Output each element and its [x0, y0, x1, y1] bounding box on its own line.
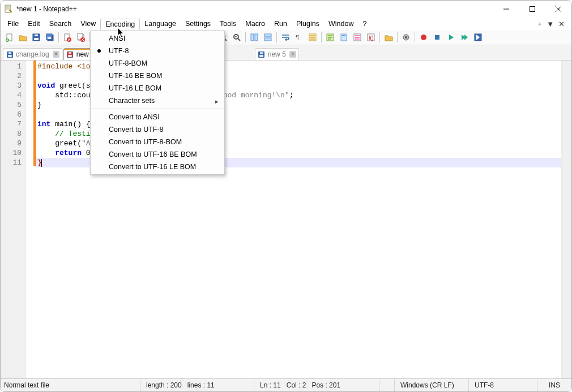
doc-map-button[interactable] [338, 31, 350, 44]
toolbar-separator [321, 32, 322, 42]
status-encoding[interactable]: UTF-8 [469, 379, 537, 391]
rec-button[interactable] [417, 31, 430, 44]
indent-guide-button[interactable] [306, 31, 319, 44]
doc-list-button[interactable] [351, 31, 364, 44]
menu-settings[interactable]: Settings [181, 19, 215, 29]
svg-rect-37 [342, 35, 345, 36]
status-insert[interactable]: INS [537, 379, 571, 391]
svg-text:f(): f() [369, 35, 374, 41]
toolbar-separator [58, 32, 59, 42]
save-all-button[interactable] [44, 31, 56, 44]
monitor-button[interactable] [400, 31, 412, 44]
menu-run[interactable]: Run [270, 19, 292, 29]
scrollbar-vertical[interactable] [562, 61, 571, 378]
dropdown-icon[interactable]: ▼ [547, 20, 554, 28]
lang-udl-button[interactable] [324, 31, 336, 44]
menu-edit[interactable]: Edit [23, 19, 45, 29]
minimize-button[interactable] [493, 1, 519, 18]
menu-file[interactable]: File [3, 19, 23, 29]
encoding-option-convert-to-utf-16-be-bom[interactable]: Convert to UTF-16 BE BOM [91, 148, 224, 161]
zoom-out-button[interactable] [230, 31, 243, 44]
menu-language[interactable]: Language [140, 19, 181, 29]
tab-bar: change.log×new 1×new 5× [1, 45, 571, 61]
svg-rect-44 [435, 35, 439, 40]
toolbar-separator [276, 32, 277, 42]
svg-rect-53 [260, 55, 264, 57]
disk-icon [6, 50, 14, 58]
encoding-option-utf-16-le-bom[interactable]: UTF-16 LE BOM [91, 82, 224, 94]
encoding-option-utf-16-be-bom[interactable]: UTF-16 BE BOM [91, 70, 224, 82]
open-file-button[interactable] [16, 31, 29, 44]
menu-separator [91, 109, 224, 109]
maximize-button[interactable] [519, 1, 545, 18]
all-chars-button[interactable]: ¶ [293, 31, 305, 44]
func-list-button[interactable]: f() [365, 31, 377, 44]
svg-rect-9 [48, 37, 51, 39]
status-spacer [379, 379, 395, 391]
encoding-option-convert-to-utf-16-le-bom[interactable]: Convert to UTF-16 LE BOM [91, 161, 224, 173]
tab-label: change.log [16, 50, 49, 58]
encoding-option-convert-to-ansi[interactable]: Convert to ANSI [91, 111, 224, 123]
sync-h-button[interactable] [262, 31, 274, 44]
gutter: 1234567891011 [1, 61, 25, 378]
svg-text:¶: ¶ [296, 34, 299, 41]
svg-point-43 [421, 35, 426, 40]
disk-icon [66, 50, 74, 58]
window-title: *new 1 - Notepad++ [16, 5, 77, 13]
menu-tools[interactable]: Tools [215, 19, 241, 29]
toolbar-separator [415, 32, 415, 42]
toolbar-separator [397, 32, 398, 42]
svg-rect-6 [35, 35, 38, 36]
encoding-option-convert-to-utf-8-bom[interactable]: Convert to UTF-8-BOM [91, 136, 224, 148]
encoding-menu: ANSIUTF-8UTF-8-BOMUTF-16 BE BOMUTF-16 LE… [90, 31, 225, 175]
tab-change.log[interactable]: change.log× [3, 48, 62, 60]
title-bar: *new 1 - Notepad++ [1, 1, 571, 18]
menu-search[interactable]: Search [45, 19, 76, 29]
svg-rect-51 [69, 52, 71, 53]
encoding-option-convert-to-utf-8[interactable]: Convert to UTF-8 [91, 123, 224, 136]
new-file-button[interactable] [3, 31, 15, 44]
svg-rect-31 [264, 34, 271, 37]
folder-button[interactable] [382, 31, 395, 44]
svg-rect-47 [8, 55, 12, 57]
close-button[interactable] [61, 31, 74, 44]
status-eol[interactable]: Windows (CR LF) [395, 379, 469, 391]
toolbar: ¶f() [1, 30, 571, 45]
tab-close-button[interactable]: × [289, 51, 296, 58]
play-multi-button[interactable] [458, 31, 471, 44]
encoding-option-ansi[interactable]: ANSI [91, 32, 224, 45]
menu-encoding[interactable]: Encoding [100, 19, 140, 30]
svg-point-42 [405, 36, 407, 38]
close-doc-icon[interactable]: ✕ [558, 20, 565, 28]
new-tab-icon[interactable]: + [538, 20, 543, 28]
save-macro-button[interactable] [472, 31, 484, 44]
svg-rect-48 [8, 52, 11, 53]
status-bar: Normal text file length : 200 lines : 11… [1, 378, 571, 391]
status-filetype: Normal text file [1, 379, 140, 391]
menu-plugins[interactable]: Plugins [292, 19, 324, 29]
play-button[interactable] [445, 31, 457, 44]
menu-macro[interactable]: Macro [241, 19, 270, 29]
close-all-button[interactable] [75, 31, 87, 44]
status-length: length : 200 lines : 11 [140, 379, 254, 391]
menu-view[interactable]: View [76, 19, 100, 29]
svg-rect-36 [341, 34, 347, 41]
tab-new-5[interactable]: new 5× [255, 48, 299, 60]
menu-help[interactable]: ? [358, 19, 371, 29]
sync-v-button[interactable] [248, 31, 261, 44]
encoding-option-character-sets[interactable]: Character sets▸ [91, 94, 224, 107]
svg-rect-54 [260, 52, 263, 53]
close-button[interactable] [545, 1, 571, 18]
wrap-button[interactable] [279, 31, 292, 44]
menu-window[interactable]: Window [324, 19, 358, 29]
menu-bar: FileEditSearchViewEncodingLanguageSettin… [1, 18, 571, 30]
stop-button[interactable] [431, 31, 443, 44]
encoding-option-utf-8[interactable]: UTF-8 [91, 45, 224, 57]
svg-rect-29 [251, 34, 254, 41]
fold-margin [25, 61, 33, 378]
save-button[interactable] [30, 31, 42, 44]
tab-close-button[interactable]: × [53, 51, 59, 58]
disk-icon [258, 50, 266, 58]
encoding-option-utf-8-bom[interactable]: UTF-8-BOM [91, 57, 224, 70]
status-pos: Ln : 11 Col : 2 Pos : 201 [254, 379, 379, 391]
